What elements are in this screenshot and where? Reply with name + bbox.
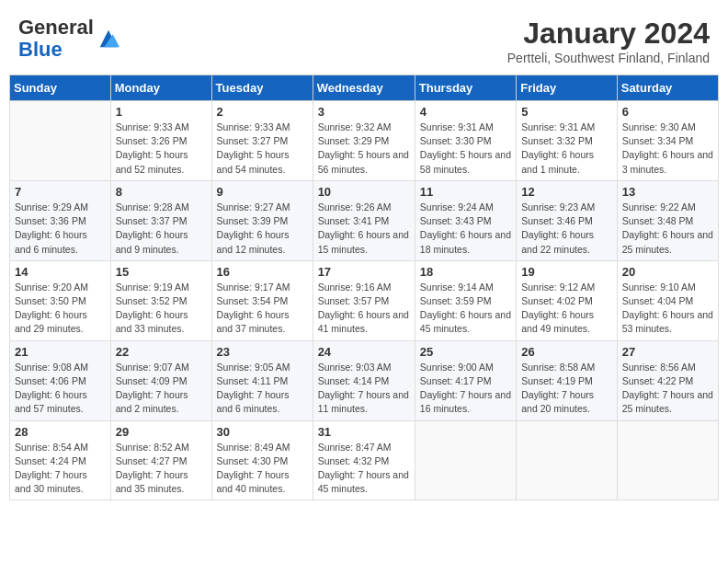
calendar-day-cell: 16Sunrise: 9:17 AM Sunset: 3:54 PM Dayli… <box>211 260 313 340</box>
calendar-day-cell: 17Sunrise: 9:16 AM Sunset: 3:57 PM Dayli… <box>313 260 415 340</box>
day-number: 29 <box>116 425 207 439</box>
day-info: Sunrise: 9:10 AM Sunset: 4:04 PM Dayligh… <box>622 281 713 337</box>
day-number: 8 <box>116 185 207 199</box>
day-info: Sunrise: 9:22 AM Sunset: 3:48 PM Dayligh… <box>622 201 713 257</box>
day-number: 30 <box>217 425 308 439</box>
logo-general-text: General <box>18 16 94 39</box>
day-info: Sunrise: 9:26 AM Sunset: 3:41 PM Dayligh… <box>318 201 410 257</box>
day-number: 6 <box>622 105 713 119</box>
day-info: Sunrise: 9:30 AM Sunset: 3:34 PM Dayligh… <box>622 121 713 177</box>
day-number: 13 <box>622 185 713 199</box>
calendar-day-cell: 30Sunrise: 8:49 AM Sunset: 4:30 PM Dayli… <box>211 420 313 500</box>
calendar-week-row: 28Sunrise: 8:54 AM Sunset: 4:24 PM Dayli… <box>10 420 719 500</box>
calendar-day-cell: 11Sunrise: 9:24 AM Sunset: 3:43 PM Dayli… <box>415 180 516 260</box>
calendar-day-cell: 23Sunrise: 9:05 AM Sunset: 4:11 PM Dayli… <box>211 340 313 420</box>
calendar-day-cell: 9Sunrise: 9:27 AM Sunset: 3:39 PM Daylig… <box>211 180 313 260</box>
day-info: Sunrise: 8:47 AM Sunset: 4:32 PM Dayligh… <box>318 441 410 497</box>
day-number: 20 <box>622 265 713 279</box>
day-info: Sunrise: 9:24 AM Sunset: 3:43 PM Dayligh… <box>420 201 511 257</box>
day-number: 4 <box>420 105 511 119</box>
day-number: 17 <box>318 265 410 279</box>
calendar-week-row: 7Sunrise: 9:29 AM Sunset: 3:36 PM Daylig… <box>10 180 719 260</box>
day-info: Sunrise: 9:17 AM Sunset: 3:54 PM Dayligh… <box>217 281 308 337</box>
logo-icon <box>96 26 121 52</box>
calendar-day-cell: 21Sunrise: 9:08 AM Sunset: 4:06 PM Dayli… <box>10 340 111 420</box>
day-number: 25 <box>420 345 511 359</box>
day-number: 11 <box>420 185 511 199</box>
calendar-day-header: Wednesday <box>313 75 415 101</box>
calendar-day-cell: 14Sunrise: 9:20 AM Sunset: 3:50 PM Dayli… <box>10 260 111 340</box>
calendar-day-header: Tuesday <box>211 75 313 101</box>
day-info: Sunrise: 8:49 AM Sunset: 4:30 PM Dayligh… <box>217 441 308 497</box>
day-info: Sunrise: 8:52 AM Sunset: 4:27 PM Dayligh… <box>116 441 207 497</box>
calendar-week-row: 14Sunrise: 9:20 AM Sunset: 3:50 PM Dayli… <box>10 260 719 340</box>
day-number: 9 <box>217 185 308 199</box>
day-number: 12 <box>521 185 612 199</box>
day-info: Sunrise: 9:33 AM Sunset: 3:26 PM Dayligh… <box>116 121 207 177</box>
calendar-day-cell: 31Sunrise: 8:47 AM Sunset: 4:32 PM Dayli… <box>313 420 415 500</box>
day-info: Sunrise: 9:31 AM Sunset: 3:30 PM Dayligh… <box>420 121 511 177</box>
day-number: 24 <box>318 345 410 359</box>
calendar-day-cell: 2Sunrise: 9:33 AM Sunset: 3:27 PM Daylig… <box>211 101 313 181</box>
calendar-day-cell: 5Sunrise: 9:31 AM Sunset: 3:32 PM Daylig… <box>517 101 618 181</box>
day-number: 18 <box>420 265 511 279</box>
calendar-day-cell: 24Sunrise: 9:03 AM Sunset: 4:14 PM Dayli… <box>313 340 415 420</box>
calendar-day-header: Sunday <box>10 75 111 101</box>
day-number: 26 <box>521 345 612 359</box>
day-number: 16 <box>217 265 308 279</box>
day-info: Sunrise: 9:05 AM Sunset: 4:11 PM Dayligh… <box>217 361 308 417</box>
title-area: January 2024 Pertteli, Southwest Finland… <box>507 17 710 65</box>
day-info: Sunrise: 9:00 AM Sunset: 4:17 PM Dayligh… <box>420 361 511 417</box>
location-title: Pertteli, Southwest Finland, Finland <box>507 51 710 65</box>
calendar-day-cell: 20Sunrise: 9:10 AM Sunset: 4:04 PM Dayli… <box>617 260 718 340</box>
calendar-day-cell <box>617 420 718 500</box>
calendar-day-cell: 6Sunrise: 9:30 AM Sunset: 3:34 PM Daylig… <box>617 101 718 181</box>
day-number: 3 <box>318 105 410 119</box>
calendar-day-cell: 15Sunrise: 9:19 AM Sunset: 3:52 PM Dayli… <box>110 260 211 340</box>
calendar-day-cell: 18Sunrise: 9:14 AM Sunset: 3:59 PM Dayli… <box>415 260 516 340</box>
calendar-day-cell: 22Sunrise: 9:07 AM Sunset: 4:09 PM Dayli… <box>110 340 211 420</box>
day-number: 31 <box>318 425 410 439</box>
day-number: 10 <box>318 185 410 199</box>
calendar-week-row: 1Sunrise: 9:33 AM Sunset: 3:26 PM Daylig… <box>10 101 719 181</box>
day-info: Sunrise: 9:33 AM Sunset: 3:27 PM Dayligh… <box>217 121 308 177</box>
day-info: Sunrise: 9:27 AM Sunset: 3:39 PM Dayligh… <box>217 201 308 257</box>
day-info: Sunrise: 9:16 AM Sunset: 3:57 PM Dayligh… <box>318 281 410 337</box>
day-info: Sunrise: 9:12 AM Sunset: 4:02 PM Dayligh… <box>521 281 612 337</box>
day-info: Sunrise: 9:20 AM Sunset: 3:50 PM Dayligh… <box>15 281 106 337</box>
calendar-day-cell: 10Sunrise: 9:26 AM Sunset: 3:41 PM Dayli… <box>313 180 415 260</box>
logo: General Blue <box>18 17 121 61</box>
day-number: 19 <box>521 265 612 279</box>
day-info: Sunrise: 8:56 AM Sunset: 4:22 PM Dayligh… <box>622 361 713 417</box>
month-title: January 2024 <box>507 17 710 51</box>
day-info: Sunrise: 9:03 AM Sunset: 4:14 PM Dayligh… <box>318 361 410 417</box>
calendar-day-cell: 3Sunrise: 9:32 AM Sunset: 3:29 PM Daylig… <box>313 101 415 181</box>
calendar-day-cell <box>10 101 111 181</box>
day-info: Sunrise: 9:31 AM Sunset: 3:32 PM Dayligh… <box>521 121 612 177</box>
day-number: 5 <box>521 105 612 119</box>
page-header: General Blue January 2024 Pertteli, Sout… <box>9 9 719 69</box>
day-number: 28 <box>15 425 106 439</box>
calendar-day-cell: 4Sunrise: 9:31 AM Sunset: 3:30 PM Daylig… <box>415 101 516 181</box>
calendar-day-cell: 12Sunrise: 9:23 AM Sunset: 3:46 PM Dayli… <box>517 180 618 260</box>
day-number: 21 <box>15 345 106 359</box>
calendar-day-header: Monday <box>110 75 211 101</box>
day-info: Sunrise: 8:58 AM Sunset: 4:19 PM Dayligh… <box>521 361 612 417</box>
day-number: 7 <box>15 185 106 199</box>
calendar-day-cell: 26Sunrise: 8:58 AM Sunset: 4:19 PM Dayli… <box>517 340 618 420</box>
day-number: 15 <box>116 265 207 279</box>
day-number: 27 <box>622 345 713 359</box>
day-info: Sunrise: 9:19 AM Sunset: 3:52 PM Dayligh… <box>116 281 207 337</box>
day-info: Sunrise: 9:14 AM Sunset: 3:59 PM Dayligh… <box>420 281 511 337</box>
day-number: 22 <box>116 345 207 359</box>
day-info: Sunrise: 9:32 AM Sunset: 3:29 PM Dayligh… <box>318 121 410 177</box>
day-info: Sunrise: 9:08 AM Sunset: 4:06 PM Dayligh… <box>15 361 106 417</box>
calendar-day-cell: 1Sunrise: 9:33 AM Sunset: 3:26 PM Daylig… <box>110 101 211 181</box>
day-info: Sunrise: 9:23 AM Sunset: 3:46 PM Dayligh… <box>521 201 612 257</box>
calendar-day-cell: 27Sunrise: 8:56 AM Sunset: 4:22 PM Dayli… <box>617 340 718 420</box>
day-number: 2 <box>217 105 308 119</box>
calendar-header-row: SundayMondayTuesdayWednesdayThursdayFrid… <box>10 75 719 101</box>
day-info: Sunrise: 8:54 AM Sunset: 4:24 PM Dayligh… <box>15 441 106 497</box>
day-number: 1 <box>116 105 207 119</box>
calendar-day-cell: 29Sunrise: 8:52 AM Sunset: 4:27 PM Dayli… <box>110 420 211 500</box>
